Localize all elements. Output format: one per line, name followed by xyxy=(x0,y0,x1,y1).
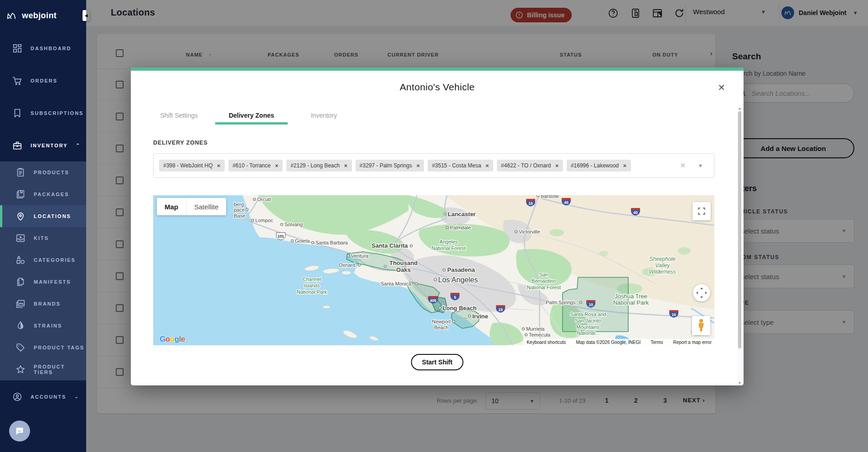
zone-chip-label: #2129 - Long Beach xyxy=(290,162,340,169)
remove-chip-icon[interactable]: ✕ xyxy=(275,163,279,168)
google-letter: g xyxy=(175,335,179,343)
report-map-error-link[interactable]: Report a map error xyxy=(673,340,712,345)
zone-chip-label: #610 - Torrance xyxy=(232,162,271,169)
remove-chip-icon[interactable]: ✕ xyxy=(217,163,221,168)
satellite-view-button[interactable]: Satellite xyxy=(186,198,226,215)
map-label-newport-1: Newport xyxy=(432,319,451,324)
sidebar-item-label: PRODUCT TAGS xyxy=(34,345,84,350)
google-logo[interactable]: Google xyxy=(160,335,185,344)
sidebar-item-categories[interactable]: CATEGORIES xyxy=(0,249,86,271)
sidebar-item-label: PRODUCTS xyxy=(34,170,69,175)
shield-label: 405 xyxy=(430,298,436,303)
shield-label: 15 xyxy=(528,201,533,206)
image-icon xyxy=(16,299,26,309)
inbox-icon xyxy=(16,233,26,243)
map-label-santa-clarita: Santa Clarita xyxy=(372,242,408,249)
map-view-button[interactable]: Map xyxy=(157,198,186,215)
map-type-toggle: Map Satellite xyxy=(157,198,226,215)
droplet-icon xyxy=(16,321,26,331)
sidebar-item-products[interactable]: PRODUCTS xyxy=(0,161,86,183)
map-attribution: Keyboard shortcuts Map data ©2026 Google… xyxy=(524,339,714,345)
pan-control[interactable] xyxy=(693,284,710,301)
sidebar-item-brands[interactable]: BRANDS xyxy=(0,293,86,315)
zone-chip[interactable]: #2129 - Long Beach✕ xyxy=(286,160,351,171)
package-book-icon xyxy=(16,189,26,199)
map-label-vandenberg-3: Base xyxy=(234,213,245,218)
zone-chip[interactable]: #3297 - Palm Springs✕ xyxy=(356,160,424,171)
terms-link[interactable]: Terms xyxy=(651,340,663,345)
sidebar-item-strains[interactable]: STRAINS xyxy=(0,315,86,337)
keyboard-shortcuts-link[interactable]: Keyboard shortcuts xyxy=(527,340,566,345)
sidebar-item-label: KITS xyxy=(34,235,49,241)
pegman-control[interactable] xyxy=(692,316,710,335)
remove-chip-icon[interactable]: ✕ xyxy=(344,163,347,168)
scroll-up-icon[interactable]: ▲ xyxy=(737,107,742,110)
chevron-down-icon[interactable]: ▼ xyxy=(698,163,703,168)
zone-chip[interactable]: #16996 - Lakewood✕ xyxy=(567,160,631,171)
sidebar-item-orders[interactable]: ORDERS xyxy=(0,64,86,97)
sidebar-item-label: SUBSCRIPTIONS xyxy=(31,110,83,116)
map-label-joshua-1: Joshua Tree xyxy=(615,293,647,300)
briefcase-icon xyxy=(12,140,22,151)
map-label-santa-rosa-3: Mountains xyxy=(577,324,600,330)
scroll-down-icon[interactable]: ▼ xyxy=(737,381,742,384)
google-letter: o xyxy=(165,335,170,343)
map-pin-icon xyxy=(16,211,26,221)
brand-name: webjoint xyxy=(22,11,57,21)
sidebar-item-kits[interactable]: KITS xyxy=(0,227,86,249)
sidebar-submenu-inventory: PRODUCTS PACKAGES LOCATIONS KITS CATEGOR… xyxy=(0,161,86,380)
zone-chip[interactable]: #3515 - Costa Mesa✕ xyxy=(428,160,493,171)
remove-chip-icon[interactable]: ✕ xyxy=(416,163,420,168)
sidebar-item-accounts[interactable]: ACCOUNTS ⌄ xyxy=(0,380,86,413)
map-label-santa-monica: Santa Monica xyxy=(381,281,412,286)
google-letter: e xyxy=(181,335,185,343)
scrollbar-thumb[interactable] xyxy=(738,111,741,348)
map-data-attribution: Map data ©2026 Google, INEGI xyxy=(576,340,641,345)
modal-scrollbar[interactable]: ▲ ▼ xyxy=(737,106,742,385)
remove-chip-icon[interactable]: ✕ xyxy=(555,163,558,168)
clipboard-icon xyxy=(16,167,26,177)
google-letter: o xyxy=(170,335,175,343)
modal-accent-bar xyxy=(131,68,744,71)
tab-delivery-zones[interactable]: Delivery Zones xyxy=(215,108,288,123)
map-label-palmdale: Palmdale xyxy=(450,225,471,230)
sidebar-item-label: CATEGORIES xyxy=(34,257,76,263)
google-letter: G xyxy=(160,335,165,343)
sidebar-item-label: INVENTORY xyxy=(31,143,68,148)
start-shift-button[interactable]: Start Shift xyxy=(411,354,464,370)
map-label-san-bernardino-1: San xyxy=(539,272,548,277)
map-label-irvine: Irvine xyxy=(472,313,488,320)
map-label-orcutt: Orcutt xyxy=(257,197,271,202)
map-label-sheephole-2: Valley xyxy=(655,262,670,269)
tab-inventory[interactable]: Inventory xyxy=(288,108,360,123)
zone-chip[interactable]: #4622 - TO / Oxnard✕ xyxy=(497,160,563,171)
zone-chip[interactable]: #398 - WebJoint HQ✕ xyxy=(159,160,225,171)
map-label-murrieta: Murrieta xyxy=(526,326,545,332)
sidebar-item-product-tiers[interactable]: PRODUCT TIERS xyxy=(0,358,86,380)
zone-chip[interactable]: #610 - Torrance✕ xyxy=(228,160,283,171)
map-label-angeles-nf-1: Angeles xyxy=(439,239,458,244)
sidebar-item-manifests[interactable]: MANIFESTS xyxy=(0,271,86,293)
delivery-zones-map[interactable]: Orcutt berg pace Base Lompoc Solvang Gol… xyxy=(153,195,714,345)
remove-chip-icon[interactable]: ✕ xyxy=(623,163,626,168)
map-label-palm-springs: Palm Springs xyxy=(546,300,576,305)
delivery-zones-input[interactable]: #398 - WebJoint HQ✕ #610 - Torrance✕ #21… xyxy=(153,153,714,178)
remove-chip-icon[interactable]: ✕ xyxy=(485,163,489,168)
sidebar-item-inventory[interactable]: INVENTORY ⌃ xyxy=(0,129,86,161)
sidebar-item-product-tags[interactable]: PRODUCT TAGS xyxy=(0,337,86,358)
shield-label: 5 xyxy=(454,295,456,300)
clear-all-icon[interactable]: ✕ xyxy=(680,161,686,170)
sidebar-item-locations[interactable]: LOCATIONS xyxy=(0,205,86,227)
shield-label: 40 xyxy=(564,200,568,205)
map-label-oxnard: Oxnard xyxy=(339,262,355,268)
tag-icon xyxy=(16,343,26,353)
chat-widget-button[interactable] xyxy=(9,421,30,442)
tab-shift-settings[interactable]: Shift Settings xyxy=(143,108,215,123)
fullscreen-button[interactable] xyxy=(692,202,711,220)
sidebar-item-dashboard[interactable]: DASHBOARD xyxy=(0,32,86,64)
sidebar-item-packages[interactable]: PACKAGES xyxy=(0,183,86,205)
sidebar-item-subscriptions[interactable]: SUBSCRIPTIONS xyxy=(0,97,86,129)
sidebar-nav: DASHBOARD ORDERS SUBSCRIPTIONS INVENTORY… xyxy=(0,32,86,413)
shield-label: 10 xyxy=(672,312,676,317)
bookmark-icon xyxy=(12,108,22,118)
